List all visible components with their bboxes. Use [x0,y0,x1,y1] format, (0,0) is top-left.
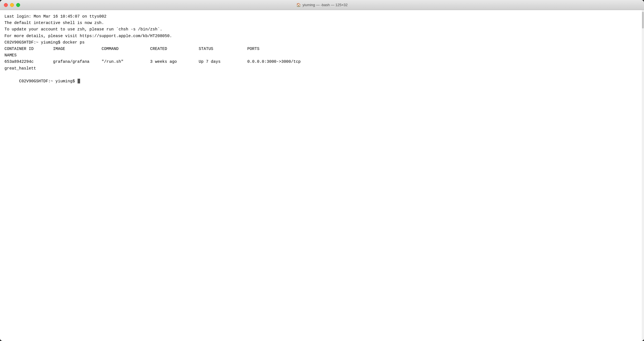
terminal-line: Last login: Mon Mar 16 10:45:07 on ttys0… [4,13,640,20]
terminal-line: The default interactive shell is now zsh… [4,20,640,26]
docker-ps-row1: 653a8942294c grafana/grafana "/run.sh" 3… [4,59,640,65]
minimize-button[interactable] [10,3,14,7]
scrollbar-thumb[interactable] [642,12,644,28]
cursor [78,79,80,83]
terminal-body[interactable]: Last login: Mon Mar 16 10:45:07 on ttys0… [0,10,644,341]
scrollbar[interactable] [642,10,644,341]
terminal-line: To update your account to use zsh, pleas… [4,26,640,33]
home-icon: 🏠 [296,3,301,7]
title-text: yiuming — -bash — 125×32 [302,3,348,7]
titlebar: 🏠 yiuming — -bash — 125×32 [0,0,644,10]
current-prompt-line: C02V90GSHTDF:~ yiuming$ [4,72,640,91]
close-button[interactable] [4,3,8,7]
terminal-line: For more details, please visit https://s… [4,33,640,39]
docker-ps-header-line2: NAMES [4,52,640,59]
terminal-line: C02V90GSHTDF:~ yiuming$ docker ps [4,39,640,46]
docker-ps-header-line1: CONTAINER ID IMAGE COMMAND CREATED STATU… [4,46,640,52]
maximize-button[interactable] [16,3,20,7]
docker-ps-row2: great_haslett [4,65,640,72]
window-title: 🏠 yiuming — -bash — 125×32 [296,3,348,7]
prompt-text: C02V90GSHTDF:~ yiuming$ [19,79,77,83]
traffic-lights [4,3,20,7]
terminal-window: 🏠 yiuming — -bash — 125×32 Last login: M… [0,0,644,341]
